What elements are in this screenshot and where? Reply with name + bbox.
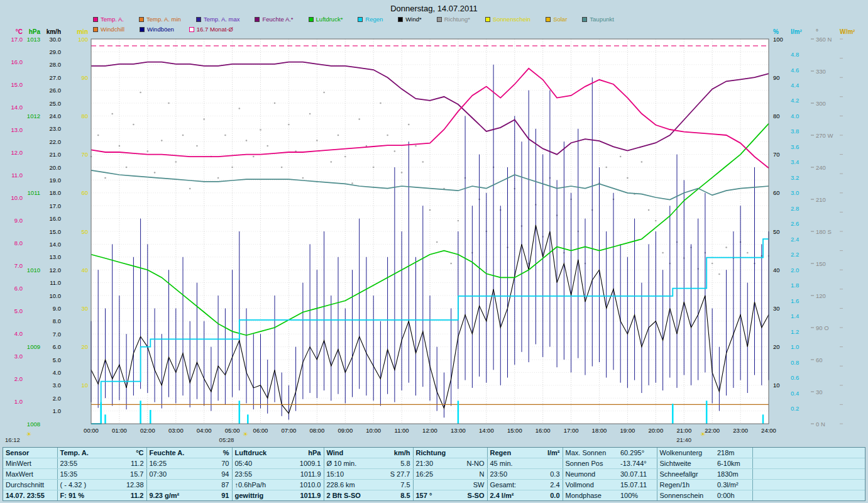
svg-text:4.2: 4.2: [791, 97, 799, 104]
svg-text:10: 10: [773, 382, 780, 389]
svg-text:0.2: 0.2: [791, 405, 799, 412]
stat-cell: [752, 448, 865, 458]
stat-cell: 11.2: [118, 490, 146, 501]
svg-text:5.0: 5.0: [53, 357, 61, 363]
svg-text:1.8: 1.8: [791, 282, 799, 289]
svg-text:30: 30: [816, 389, 823, 395]
svg-text:20: 20: [773, 343, 780, 350]
stat-cell: S 27.7: [382, 469, 413, 480]
stat-cell: 91: [207, 490, 232, 501]
svg-text:11.0: 11.0: [50, 279, 61, 286]
stat-cell: gewittrig: [232, 490, 292, 501]
svg-text:16:12: 16:12: [5, 436, 20, 443]
svg-text:23:00: 23:00: [733, 427, 748, 434]
stat-header: °C: [118, 448, 146, 458]
stat-row-label: MinWert: [3, 458, 57, 469]
stats-header-row: Sensor Temp. A. °C Feuchte A. % Luftdruc…: [3, 448, 865, 458]
svg-text:05:00: 05:00: [225, 427, 240, 434]
axis-temp_c: °C1.02.03.04.05.06.07.08.09.010.011.012.…: [11, 28, 23, 405]
svg-text:100: 100: [773, 36, 783, 43]
stat-cell: 2.4 l/m²: [487, 490, 534, 501]
stat-cell: 15:35: [57, 469, 118, 480]
stat-cell: 05:40: [232, 458, 292, 469]
svg-text:7.0: 7.0: [53, 331, 61, 338]
svg-text:02:00: 02:00: [140, 427, 155, 434]
stat-cell: ( - 4.32 ): [57, 480, 118, 490]
stat-header: Luftdruck: [232, 448, 292, 458]
stats-current-row: 14.07. 23:55 F: 91 % 11.2 9.23 g/m² 91 g…: [3, 490, 865, 501]
svg-text:1.6: 1.6: [791, 297, 799, 304]
svg-text:l/m²: l/m²: [791, 28, 802, 35]
stat-cell: 87: [207, 480, 232, 490]
stat-cell: 0.3l/m²: [715, 480, 752, 490]
stat-cell: 15:10: [324, 469, 382, 480]
stat-cell: 45 min.: [487, 458, 534, 469]
svg-text:12:00: 12:00: [422, 427, 437, 434]
stat-cell: 2 Bft S-SO: [324, 490, 382, 501]
svg-text:4.0: 4.0: [14, 330, 23, 337]
stat-cell: 12.38: [118, 480, 146, 490]
svg-text:20.0: 20.0: [50, 164, 62, 171]
svg-text:1009: 1009: [27, 343, 40, 350]
svg-text:25.0: 25.0: [50, 100, 62, 107]
stat-cell: Max. Sonnen: [563, 448, 618, 458]
svg-text:270 W: 270 W: [816, 132, 833, 139]
svg-text:17.0: 17.0: [50, 202, 62, 209]
svg-text:180 S: 180 S: [816, 228, 832, 235]
svg-text:100: 100: [78, 36, 88, 43]
stat-cell: Vollmond: [563, 480, 618, 490]
svg-text:07:00: 07:00: [282, 427, 297, 434]
stat-header: Regen: [487, 448, 534, 458]
svg-text:330: 330: [816, 68, 826, 75]
svg-text:12.0: 12.0: [50, 267, 62, 274]
stat-cell: 228.6 km: [324, 480, 382, 490]
svg-text:06:00: 06:00: [253, 427, 268, 434]
stat-cell: 23:55: [57, 458, 118, 469]
axis-sunshine_min: min102030405060708090100: [77, 28, 88, 389]
svg-text:16.0: 16.0: [50, 215, 62, 222]
svg-text:19.0: 19.0: [50, 177, 62, 184]
axis-rain_lm2: l/m²0.20.40.60.81.01.21.41.61.82.02.22.4…: [791, 28, 802, 412]
svg-text:24:00: 24:00: [761, 427, 776, 434]
stat-cell: N: [453, 469, 487, 480]
stat-cell: Wolkenunterg: [657, 448, 715, 458]
stat-cell: [534, 458, 563, 469]
stat-cell: 0.0: [534, 490, 563, 501]
svg-text:1.0: 1.0: [791, 343, 799, 350]
svg-text:14.0: 14.0: [11, 104, 23, 111]
stat-header: Temp. A.: [57, 448, 118, 458]
stat-cell: 16:25: [146, 458, 207, 469]
svg-text:W/m²: W/m²: [840, 28, 855, 35]
stat-cell: ↑0.6hPa/h: [232, 480, 292, 490]
svg-text:15.0: 15.0: [11, 81, 23, 88]
svg-text:0 N: 0 N: [816, 421, 825, 428]
svg-text:0.4: 0.4: [791, 390, 799, 397]
stat-cell: 15.07.11: [618, 480, 657, 490]
stat-cell: 0.3: [534, 469, 563, 480]
svg-text:04:00: 04:00: [197, 427, 212, 434]
axis-humidity_pct: %102030405060708090100: [773, 28, 783, 389]
stats-table: Sensor Temp. A. °C Feuchte A. % Luftdruc…: [3, 447, 865, 501]
svg-text:13.0: 13.0: [50, 253, 62, 260]
svg-text:17:00: 17:00: [564, 427, 579, 434]
svg-text:2.2: 2.2: [791, 251, 799, 258]
stat-cell: Sichtweite: [657, 458, 715, 469]
stat-cell: 218m: [715, 448, 752, 458]
svg-text:50: 50: [773, 228, 780, 235]
svg-text:4.0: 4.0: [791, 113, 799, 119]
stat-header: %: [207, 448, 232, 458]
svg-text:50: 50: [81, 228, 88, 235]
axis-wind_kmh: km/h1.02.03.04.05.06.07.08.09.010.011.01…: [47, 28, 61, 414]
axis-solar_wm2: W/m²: [840, 28, 855, 424]
svg-text:05:28: 05:28: [219, 436, 234, 443]
svg-text:1013: 1013: [27, 36, 40, 43]
sun-icon: ☀: [26, 431, 32, 438]
weather-chart: °C1.02.03.04.05.06.07.08.09.010.011.012.…: [0, 21, 868, 446]
stats-min-row: MinWert 23:55 11.2 16:25 70 05:40 1009.1…: [3, 458, 865, 469]
stat-header: km/h: [382, 448, 413, 458]
moonrise-marker: ☀16:12: [5, 431, 32, 443]
svg-text:13.0: 13.0: [11, 126, 23, 133]
svg-text:14:00: 14:00: [479, 427, 494, 434]
stat-cell: 2.4: [534, 480, 563, 490]
svg-text:0.8: 0.8: [791, 359, 799, 366]
